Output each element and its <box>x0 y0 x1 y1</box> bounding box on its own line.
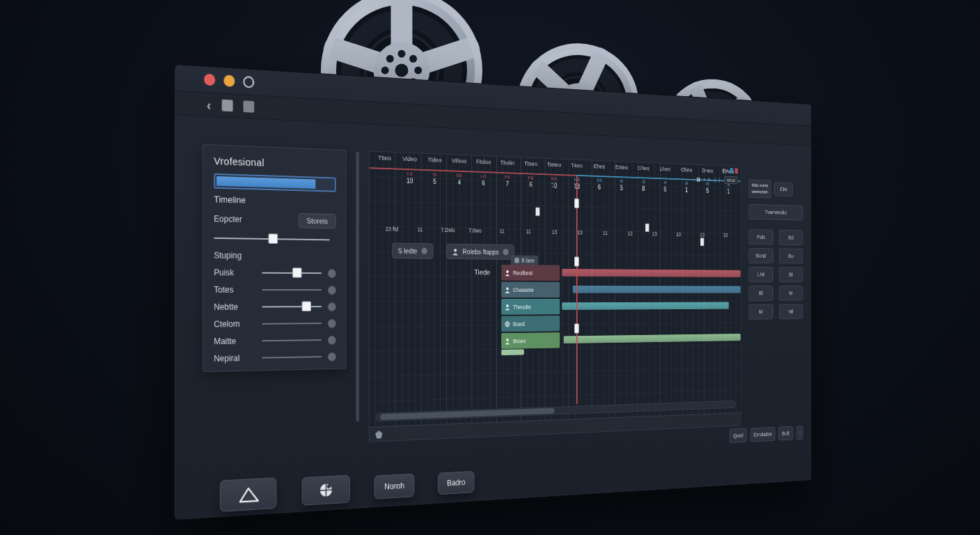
track-row[interactable]: Chassete <box>370 281 741 300</box>
track-label-chip[interactable]: Reolbest <box>501 265 560 281</box>
slider-track[interactable] <box>262 339 322 341</box>
playhead-handle[interactable] <box>574 199 579 208</box>
track-label-chip[interactable]: Chassete <box>501 281 560 297</box>
badro-button[interactable]: Badro <box>438 471 475 495</box>
rail-button[interactable]: Bd <box>779 229 803 245</box>
scene: ‹ Vrofesional Timeline EopcterStoreisStu… <box>0 0 980 535</box>
ruler-label: Fitdoo <box>471 157 496 165</box>
ruler-tick: I3 <box>422 171 448 178</box>
track-label-chip[interactable]: Theodte <box>501 299 560 315</box>
wide-button[interactable]: Tvumenuko <box>749 203 803 220</box>
kebab-button[interactable]: ⋮ <box>796 426 804 440</box>
slider-knob-icon[interactable] <box>328 336 335 345</box>
close-button[interactable] <box>204 74 215 86</box>
slider-handle[interactable] <box>292 268 302 278</box>
ruler-subtick: 13 <box>690 231 714 238</box>
meta-chip: Max zums wwwczam <box>749 179 772 198</box>
track-label: Theodte <box>513 304 531 310</box>
clip-marker[interactable] <box>700 238 704 246</box>
globe-button[interactable] <box>302 475 350 506</box>
back-icon[interactable]: ‹ <box>207 98 211 111</box>
track-label-chip[interactable]: Btoes <box>501 332 560 349</box>
rail-button[interactable]: Bl <box>749 285 773 300</box>
ruler-number: 6 <box>519 181 543 189</box>
slider-knob-icon[interactable] <box>328 319 335 328</box>
expand-button[interactable] <box>243 76 254 88</box>
slider-track[interactable] <box>262 272 322 274</box>
roles-pill[interactable]: Rolebs ftapps <box>447 244 514 260</box>
elm-button[interactable]: Elm <box>774 182 793 196</box>
track-clip-bar[interactable] <box>562 302 729 309</box>
ruler-subticks: 23 ftd117.Dslo7.0wo11111313111313131313 <box>378 226 738 238</box>
rail-button[interactable]: Bu <box>779 248 803 263</box>
timeline-progress-bar[interactable] <box>214 173 335 192</box>
track-clip-bar[interactable] <box>573 286 741 293</box>
playhead-handle[interactable] <box>574 256 579 266</box>
timeline-panel[interactable]: TtteoVideoI-810TideoI35VihiooE84FitdooI-… <box>369 150 741 442</box>
rail-button[interactable]: Lhd <box>749 266 773 281</box>
track-label: Chassete <box>513 286 534 293</box>
slider-knob-icon[interactable] <box>328 352 335 361</box>
scrollbar-thumb[interactable] <box>380 408 555 420</box>
ruler-label: Video <box>397 155 422 163</box>
sidebar-row: Maitte <box>214 334 335 347</box>
toolbar-square-icon-2[interactable] <box>243 100 254 112</box>
track-clip-bar[interactable] <box>562 269 741 277</box>
rail-button[interactable]: Ml <box>779 304 803 319</box>
storeis-button[interactable]: Storeis <box>299 213 336 228</box>
sidebar-slider-row <box>214 233 335 245</box>
slider-track[interactable] <box>262 306 322 307</box>
slider-knob-icon[interactable] <box>328 302 335 311</box>
badge-icon <box>515 258 519 263</box>
ruler-number: 5 <box>422 178 448 185</box>
seus-button[interactable]: seus <box>724 176 738 185</box>
rail-button[interactable]: M <box>779 285 803 300</box>
ruler-tick: F8 <box>519 175 543 181</box>
noroh-button[interactable]: Noroh <box>374 474 415 499</box>
app-window: ‹ Vrofesional Timeline EopcterStoreisStu… <box>174 64 812 520</box>
rail-button[interactable]: Bond <box>749 248 773 263</box>
panel-divider[interactable] <box>356 152 359 422</box>
rail-button[interactable]: M <box>749 304 773 319</box>
slider-track[interactable] <box>262 323 322 325</box>
clock-icon[interactable]: ◔ <box>703 176 706 183</box>
ruler-tick: I-8 <box>397 170 422 177</box>
slider-track[interactable] <box>262 289 322 290</box>
slider-knob-icon[interactable] <box>328 269 335 277</box>
slider-handle[interactable] <box>268 233 278 244</box>
playhead-handle[interactable] <box>574 323 579 333</box>
minimize-button[interactable] <box>223 75 235 87</box>
rail-button[interactable]: Puls <box>749 229 773 245</box>
kebab-icon[interactable]: ⋮⋮ <box>713 176 722 183</box>
playhead[interactable] <box>576 176 578 404</box>
footer-button[interactable]: BuB <box>778 426 793 441</box>
clip-marker[interactable] <box>536 207 540 216</box>
rail-button[interactable]: Bl <box>779 267 803 282</box>
sidebar-row-label: Puisk <box>214 268 262 277</box>
ruler-number: 7 <box>496 180 519 188</box>
clip-marker[interactable] <box>645 224 649 232</box>
main-area: Vrofesional Timeline EopcterStoreisStupi… <box>175 115 811 472</box>
slider-track[interactable] <box>262 356 322 359</box>
list-icon[interactable]: ≡ <box>708 176 711 183</box>
ruler-label: T4eo <box>565 162 588 169</box>
shield-icon[interactable] <box>375 430 382 438</box>
grid-icon[interactable]: ▦ <box>696 176 700 182</box>
footer-button[interactable]: Exruladen <box>750 427 775 442</box>
ruler-tick: F0 <box>496 173 519 180</box>
track-clip-bar[interactable] <box>564 334 741 343</box>
footer-button[interactable]: Qued <box>729 428 747 443</box>
slider-track[interactable] <box>214 238 329 240</box>
slider-handle[interactable] <box>301 301 310 311</box>
toolbar-square-icon-1[interactable] <box>221 100 232 112</box>
track-label-chip[interactable]: Boed <box>501 316 560 332</box>
track-group-tab[interactable]: B laes <box>511 255 538 265</box>
sidebar-row-label: Nepiral <box>214 353 262 364</box>
track-row[interactable]: Reolbest <box>370 263 741 282</box>
slider-knob-icon[interactable] <box>328 286 335 294</box>
play-button[interactable] <box>220 477 277 512</box>
stage-pill[interactable]: S ledte <box>392 243 433 259</box>
roles-pill-label: Rolebs ftapps <box>463 248 499 256</box>
track-row[interactable]: Btoes <box>370 330 741 352</box>
sidebar-row-label: Nebtte <box>214 302 262 312</box>
